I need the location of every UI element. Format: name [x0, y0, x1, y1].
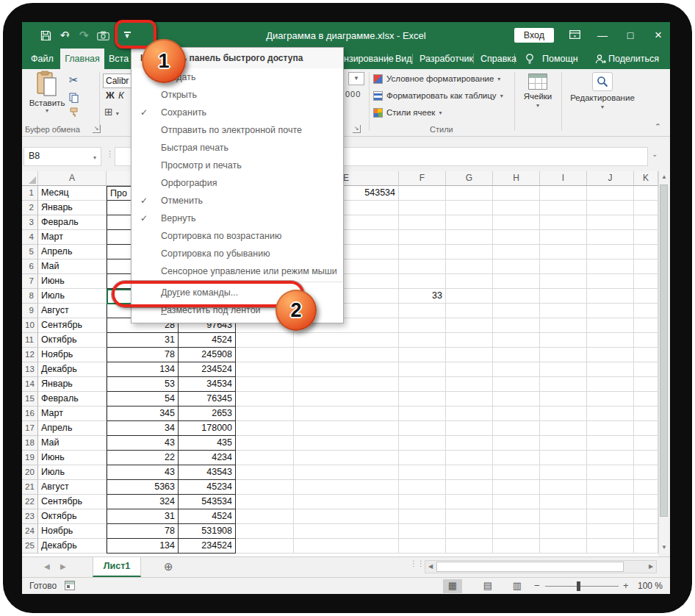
cell-J11[interactable] — [587, 333, 634, 348]
cell-H19[interactable] — [493, 451, 540, 465]
close-button[interactable]: × — [651, 28, 666, 43]
menu-item-quick-print[interactable]: Быстрая печать — [132, 139, 343, 157]
cell-A7[interactable]: Июнь — [38, 274, 107, 289]
menu-item-spelling[interactable]: Орфография — [132, 174, 343, 192]
cell-F20[interactable] — [399, 465, 446, 480]
tab-assistant[interactable]: Помощн — [536, 49, 584, 69]
cell-C20[interactable]: 43543 — [179, 465, 236, 480]
cell-A25[interactable]: Декабрь — [38, 539, 107, 554]
cell-E16[interactable] — [294, 407, 399, 421]
cell-K18[interactable] — [634, 436, 658, 451]
cell-E25[interactable] — [294, 539, 399, 554]
cell-I17[interactable] — [540, 421, 587, 436]
cell-J6[interactable] — [587, 259, 634, 274]
number-dialog-launcher-icon[interactable]: ↘ — [353, 125, 361, 133]
cell-G10[interactable] — [446, 318, 493, 333]
cell-I3[interactable] — [540, 215, 587, 230]
cell-K17[interactable] — [634, 421, 658, 436]
tab-developer[interactable]: Разработчик — [414, 49, 479, 69]
comma-style-button[interactable]: 000 — [345, 90, 361, 99]
page-break-view-icon[interactable]: ▥ — [508, 579, 527, 593]
cell-H11[interactable] — [493, 333, 540, 348]
cell-B21[interactable]: 5363 — [107, 480, 179, 495]
tab-home[interactable]: Главная — [60, 49, 104, 69]
sheet-nav-left-icon[interactable]: ◀ — [44, 562, 50, 570]
row-header-18[interactable]: 18 — [22, 436, 38, 451]
horizontal-scrollbar[interactable]: ◀ ▶ — [425, 560, 657, 573]
cell-G18[interactable] — [446, 436, 493, 451]
cell-J13[interactable] — [587, 362, 634, 377]
row-header-7[interactable]: 7 — [22, 274, 38, 289]
cell-B17[interactable]: 34 — [107, 421, 179, 436]
cell-J9[interactable] — [587, 304, 634, 318]
col-header-I[interactable]: I — [540, 171, 587, 186]
format-as-table-button[interactable]: Форматировать как таблицу ▾ — [373, 89, 503, 102]
save-icon[interactable] — [38, 27, 53, 43]
number-format-dropdown[interactable]: ▼ — [348, 72, 364, 85]
cell-F23[interactable] — [399, 509, 446, 524]
scroll-down-icon[interactable]: ▼ — [659, 542, 669, 554]
cell-H17[interactable] — [493, 421, 540, 436]
cell-H25[interactable] — [493, 539, 540, 554]
tab-share[interactable]: Поделиться — [602, 49, 665, 69]
cell-F2[interactable] — [399, 201, 446, 215]
row-header-14[interactable]: 14 — [22, 377, 38, 392]
cell-H15[interactable] — [493, 392, 540, 407]
cell-I5[interactable] — [540, 245, 587, 259]
cell-J4[interactable] — [587, 230, 634, 245]
cell-F22[interactable] — [399, 495, 446, 509]
cell-F3[interactable] — [399, 215, 446, 230]
cell-F4[interactable] — [399, 230, 446, 245]
cut-icon[interactable]: ✂ — [69, 74, 79, 87]
row-header-24[interactable]: 24 — [22, 524, 38, 539]
row-header-23[interactable]: 23 — [22, 509, 38, 524]
tab-help[interactable]: Справка — [475, 49, 522, 69]
cell-E19[interactable] — [294, 451, 399, 465]
cell-B16[interactable]: 345 — [107, 407, 179, 421]
cell-A6[interactable]: Май — [38, 259, 107, 274]
cell-F14[interactable] — [399, 377, 446, 392]
scroll-up-icon[interactable]: ▲ — [659, 171, 669, 183]
cell-I16[interactable] — [540, 407, 587, 421]
cell-I12[interactable] — [540, 348, 587, 362]
col-header-J[interactable]: J — [587, 171, 634, 186]
row-header-21[interactable]: 21 — [22, 480, 38, 495]
cell-F19[interactable] — [399, 451, 446, 465]
cell-D15[interactable] — [236, 392, 294, 407]
cell-H12[interactable] — [493, 348, 540, 362]
cell-G13[interactable] — [446, 362, 493, 377]
cell-K10[interactable] — [634, 318, 658, 333]
cell-J5[interactable] — [587, 245, 634, 259]
cell-G12[interactable] — [446, 348, 493, 362]
cell-K2[interactable] — [634, 201, 658, 215]
zoom-in-icon[interactable]: + — [623, 580, 629, 591]
cell-I2[interactable] — [540, 201, 587, 215]
cell-J20[interactable] — [587, 465, 634, 480]
cell-K13[interactable] — [634, 362, 658, 377]
cell-A20[interactable]: Июль — [38, 465, 107, 480]
cell-G17[interactable] — [446, 421, 493, 436]
cell-D11[interactable] — [236, 333, 294, 348]
page-layout-view-icon[interactable]: ▤ — [478, 579, 497, 593]
cell-B23[interactable]: 31 — [107, 509, 179, 524]
cell-K22[interactable] — [634, 495, 658, 509]
cell-H22[interactable] — [493, 495, 540, 509]
cell-G6[interactable] — [446, 259, 493, 274]
cell-K11[interactable] — [634, 333, 658, 348]
select-all-corner[interactable] — [22, 171, 38, 186]
cell-A19[interactable]: Июнь — [38, 451, 107, 465]
undo-dropdown-icon[interactable]: ▾ — [66, 32, 69, 39]
row-header-1[interactable]: 1 — [22, 186, 38, 201]
row-header-9[interactable]: 9 — [22, 304, 38, 318]
cell-F8[interactable]: 33 — [399, 289, 446, 304]
cell-H16[interactable] — [493, 407, 540, 421]
cell-K3[interactable] — [634, 215, 658, 230]
cell-K6[interactable] — [634, 259, 658, 274]
cell-H21[interactable] — [493, 480, 540, 495]
cell-C12[interactable]: 245908 — [179, 348, 236, 362]
cell-J16[interactable] — [587, 407, 634, 421]
cell-A18[interactable]: Май — [38, 436, 107, 451]
cell-B24[interactable]: 78 — [107, 524, 179, 539]
macro-record-icon[interactable] — [65, 581, 75, 590]
format-painter-icon[interactable] — [69, 107, 79, 120]
